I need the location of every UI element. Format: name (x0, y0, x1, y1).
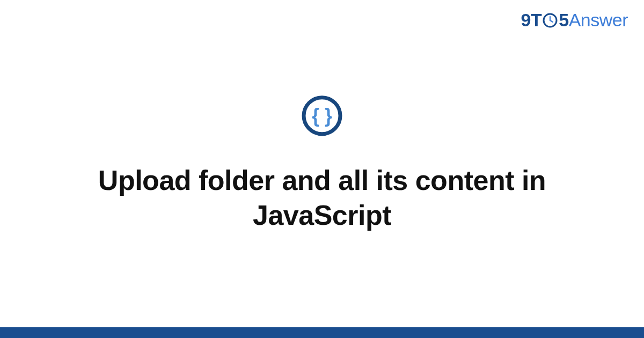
svg-text:{ }: { } (312, 105, 332, 127)
code-braces-icon: { } (301, 94, 343, 137)
site-logo: 9T 5 Answer (521, 10, 628, 31)
clock-icon (542, 12, 558, 28)
logo-text-9t: 9T (521, 10, 542, 31)
logo-text-5: 5 (559, 10, 568, 31)
svg-line-2 (550, 20, 553, 22)
footer-bar (0, 327, 644, 338)
logo-text-answer: Answer (569, 10, 628, 31)
main-content: { } Upload folder and all its content in… (0, 94, 644, 233)
page-title: Upload folder and all its content in Jav… (0, 163, 644, 233)
